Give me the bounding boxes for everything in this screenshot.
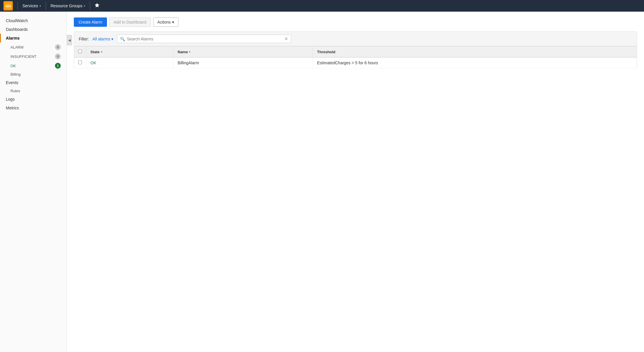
sidebar-label-billing: Billing — [10, 72, 21, 77]
col-header-state[interactable]: State ▾ — [86, 47, 173, 58]
row-name-cell: BillingAlarm — [173, 57, 313, 68]
search-icon: 🔍 — [120, 37, 125, 41]
sidebar-item-cloudwatch[interactable]: CloudWatch — [0, 16, 67, 25]
select-all-checkbox[interactable] — [78, 49, 82, 53]
top-nav: AWS Services ▾ Resource Groups ▾ — [0, 0, 644, 12]
resource-groups-label: Resource Groups — [51, 3, 83, 8]
row-checkbox-cell[interactable] — [74, 57, 86, 68]
resource-groups-nav-item[interactable]: Resource Groups ▾ — [47, 0, 89, 12]
search-input[interactable] — [127, 37, 282, 41]
sidebar-label-logs: Logs — [6, 97, 15, 102]
filter-dropdown-label: All alarms — [92, 37, 110, 41]
row-threshold-cell: EstimatedCharges > 5 for 6 hours — [313, 57, 637, 68]
sidebar-item-dashboards[interactable]: Dashboards — [0, 25, 67, 34]
table-body: OK BillingAlarm EstimatedCharges > 5 for… — [74, 57, 637, 68]
alarms-table: State ▾ Name ▾ Threshold — [74, 46, 637, 68]
col-name-label: Name — [178, 50, 188, 54]
row-state-value: OK — [90, 61, 96, 65]
sidebar-label-events: Events — [6, 80, 18, 85]
row-checkbox[interactable] — [78, 61, 82, 64]
aws-logo: AWS — [3, 1, 13, 10]
sidebar-item-billing[interactable]: Billing — [0, 70, 67, 78]
filter-dropdown[interactable]: All alarms ▾ — [92, 37, 113, 41]
services-chevron-icon: ▾ — [40, 4, 41, 8]
sidebar-item-metrics[interactable]: Metrics — [0, 104, 67, 112]
row-state-cell: OK — [86, 57, 173, 68]
nav-divider — [17, 2, 18, 10]
table-row[interactable]: OK BillingAlarm EstimatedCharges > 5 for… — [74, 57, 637, 68]
sidebar-label-alarms: Alarms — [6, 36, 19, 40]
alarm-badge: 0 — [55, 44, 61, 50]
col-header-checkbox — [74, 47, 86, 58]
row-name-value: BillingAlarm — [178, 61, 199, 65]
svg-text:AWS: AWS — [5, 5, 11, 8]
search-clear-icon[interactable]: ✕ — [284, 36, 288, 42]
sidebar-item-rules[interactable]: Rules — [0, 87, 67, 95]
table-header: State ▾ Name ▾ Threshold — [74, 47, 637, 58]
actions-button[interactable]: Actions ▾ — [153, 17, 179, 27]
name-sort-icon: ▾ — [189, 50, 190, 54]
sidebar-label-rules: Rules — [10, 89, 20, 93]
col-state-label: State — [90, 50, 100, 54]
sidebar-label-cloudwatch: CloudWatch — [6, 18, 28, 23]
nav-divider-2 — [46, 2, 46, 10]
create-alarm-button[interactable]: Create Alarm — [74, 17, 107, 27]
services-label: Services — [22, 3, 38, 8]
sidebar-label-dashboards: Dashboards — [6, 27, 28, 32]
toolbar: Create Alarm Add to Dashboard Actions ▾ — [74, 17, 637, 27]
actions-chevron-icon: ▾ — [172, 20, 174, 24]
table-header-row: State ▾ Name ▾ Threshold — [74, 47, 637, 58]
ok-badge: 1 — [55, 63, 61, 69]
sidebar-label-ok: OK — [10, 64, 16, 68]
col-header-threshold: Threshold — [313, 47, 637, 58]
sidebar-item-alarm[interactable]: ALARM 0 — [0, 42, 67, 52]
bookmarks-icon[interactable] — [91, 2, 103, 10]
sidebar-label-insufficient: INSUFFICIENT — [10, 54, 37, 59]
sidebar-collapse-handle[interactable]: ◀ — [67, 35, 72, 45]
col-threshold-label: Threshold — [317, 50, 335, 54]
sidebar-item-logs[interactable]: Logs — [0, 95, 67, 104]
nav-divider-3 — [90, 2, 90, 10]
row-threshold-value: EstimatedCharges > 5 for 6 hours — [317, 61, 378, 65]
add-to-dashboard-button: Add to Dashboard — [109, 17, 151, 27]
resource-groups-chevron-icon: ▾ — [84, 4, 85, 8]
actions-label: Actions — [158, 20, 171, 24]
filter-label: Filter: — [79, 37, 89, 41]
sidebar-item-insufficient[interactable]: INSUFFICIENT 0 — [0, 52, 67, 61]
main-content: Create Alarm Add to Dashboard Actions ▾ … — [67, 12, 644, 352]
sidebar-item-events[interactable]: Events — [0, 78, 67, 87]
sidebar: CloudWatch Dashboards Alarms ALARM 0 INS… — [0, 12, 67, 352]
sidebar-label-metrics: Metrics — [6, 106, 19, 110]
sidebar-item-ok[interactable]: OK 1 — [0, 61, 67, 70]
state-sort-icon: ▾ — [101, 50, 102, 54]
col-header-name[interactable]: Name ▾ — [173, 47, 313, 58]
filter-dropdown-chevron-icon: ▾ — [111, 37, 113, 41]
sidebar-label-alarm: ALARM — [10, 45, 24, 49]
insufficient-badge: 0 — [55, 54, 61, 59]
filter-bar: Filter: All alarms ▾ 🔍 ✕ — [74, 31, 637, 46]
main-layout: CloudWatch Dashboards Alarms ALARM 0 INS… — [0, 12, 644, 352]
search-box[interactable]: 🔍 ✕ — [117, 35, 291, 43]
sidebar-item-alarms[interactable]: Alarms — [0, 34, 67, 42]
services-nav-item[interactable]: Services ▾ — [19, 0, 44, 12]
